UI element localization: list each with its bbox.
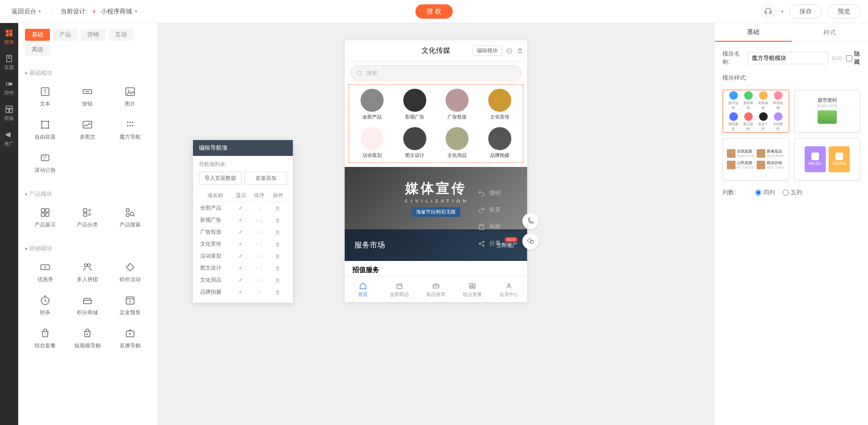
nav-item[interactable]: 影视广告 <box>396 89 434 120</box>
move-up-icon[interactable]: ↑ <box>256 229 259 235</box>
module-text[interactable]: T文本 <box>25 81 65 112</box>
module-notice[interactable]: 滚动公告 <box>25 147 65 178</box>
module-prodsearch[interactable]: 产品搜索 <box>110 202 150 233</box>
mod-tab-interact[interactable]: 互动 <box>108 29 133 41</box>
headset-icon[interactable] <box>761 4 775 19</box>
mod-tab-product[interactable]: 产品 <box>53 29 78 41</box>
module-multiimg[interactable]: 多图文 <box>67 114 108 145</box>
search-bar[interactable]: 搜索 <box>350 65 521 81</box>
module-video[interactable]: 短视频导购 <box>67 323 108 354</box>
trash-icon[interactable]: 🗑 <box>275 241 280 247</box>
module-image[interactable]: 图片 <box>110 81 150 112</box>
move-up-icon[interactable]: ↑ <box>256 217 259 223</box>
save-button[interactable]: 保存 <box>789 4 822 19</box>
move-up-icon[interactable]: ↑ <box>256 277 259 283</box>
nav-promo[interactable]: 推广 <box>4 130 14 147</box>
tabbar-item[interactable]: 首页 <box>345 277 381 302</box>
import-page-data-button[interactable]: 导入页面数据 <box>199 172 241 185</box>
nav-item[interactable]: 文化宣传 <box>481 89 519 120</box>
module-live[interactable]: 直播导购 <box>110 323 150 354</box>
authorize-button[interactable]: 授 权 <box>415 4 453 19</box>
module-navgrid[interactable]: 魔方导航 <box>110 114 150 145</box>
move-down-icon[interactable]: ↓ <box>260 217 263 223</box>
move-down-icon[interactable]: ↓ <box>260 241 263 247</box>
check-icon[interactable]: ✓ <box>239 241 243 247</box>
action-undo[interactable]: 撤销 <box>478 189 518 197</box>
edit-module-button[interactable]: 编辑模块 <box>472 46 502 56</box>
module-name-input[interactable] <box>747 52 828 64</box>
module-combo[interactable]: 组合套餐 <box>25 323 65 354</box>
action-redo[interactable]: 恢复 <box>478 206 518 214</box>
move-down-icon[interactable]: ↓ <box>258 205 261 211</box>
nav-template[interactable]: 模板 <box>4 105 14 122</box>
check-icon[interactable]: ✓ <box>239 265 243 271</box>
check-icon[interactable]: ✓ <box>239 277 243 283</box>
module-presale[interactable]: ¥定金预售 <box>110 290 150 321</box>
move-up-icon[interactable]: ↑ <box>258 289 261 295</box>
move-down-icon[interactable]: ↓ <box>260 229 263 235</box>
trash-icon[interactable]: 🗑 <box>275 265 280 271</box>
move-up-icon[interactable]: ↑ <box>256 253 259 259</box>
tabbar-item[interactable]: 新品推荐 <box>418 277 454 302</box>
style-option-2[interactable]: 超市便利 精选时令鲜果 <box>794 90 861 133</box>
module-group[interactable]: 多人拼团 <box>67 257 108 288</box>
module-button[interactable]: 按钮 <box>67 81 108 112</box>
nav-item[interactable]: 全部产品 <box>353 89 392 120</box>
current-design[interactable]: 当前设计: 小程序商城▾ <box>60 7 137 16</box>
props-tab-style[interactable]: 样式 <box>792 23 868 42</box>
back-button[interactable]: 返回后台▾ <box>8 5 45 18</box>
trash-icon[interactable] <box>517 47 523 54</box>
action-style[interactable]: 风格 <box>478 223 518 231</box>
check-icon[interactable]: ✓ <box>239 205 243 211</box>
nav-item[interactable]: 活动策划 <box>353 127 392 159</box>
trash-icon[interactable]: 🗑 <box>275 229 280 235</box>
trash-icon[interactable]: 🗑 <box>275 205 280 211</box>
style-option-4[interactable]: 国外进口 绿色果蔬 <box>794 138 861 181</box>
tabbar-item[interactable]: 会员中心 <box>491 277 527 302</box>
trash-icon[interactable]: 🗑 <box>275 289 280 295</box>
cols-radio-5[interactable]: 五列 <box>783 189 802 197</box>
nav-module[interactable]: 模块 <box>4 29 14 46</box>
float-wechat-button[interactable] <box>522 233 539 249</box>
trash-icon[interactable]: 🗑 <box>275 253 280 259</box>
nav-item[interactable]: 广告投放 <box>438 89 477 120</box>
cols-radio-4[interactable]: 四列 <box>755 189 775 197</box>
module-coupon[interactable]: ¥优惠券 <box>25 257 65 288</box>
preview-button[interactable]: 预览 <box>828 4 860 19</box>
mod-tab-basic[interactable]: 基础 <box>25 29 50 41</box>
module-points[interactable]: 积分商城 <box>67 290 108 321</box>
check-icon[interactable]: ✓ <box>239 289 243 295</box>
nav-item[interactable]: 文化用品 <box>438 127 477 159</box>
module-bargain[interactable]: 砍价活动 <box>110 257 150 288</box>
check-icon[interactable]: ✓ <box>239 253 243 259</box>
mod-tab-marketing[interactable]: 营销 <box>81 29 106 41</box>
trash-icon[interactable]: 🗑 <box>275 277 280 283</box>
nav-item[interactable]: 图文设计 <box>396 127 434 159</box>
style-option-3[interactable]: 农家蔬菜精选时令生鲜家禽蛋品绿色健康食材山野真菌鲜上加鲜生鲜粮油谷物超高人气食品 <box>723 138 789 181</box>
module-flash[interactable]: 秒杀 <box>25 290 65 321</box>
style-option-1[interactable]: 超市便利新鲜果蔬美食烘焙鲜花植物潮流服装食品饮料美妆个护手机数码 <box>723 90 789 133</box>
nav-grid-module[interactable]: 全部产品影视广告广告投放文化宣传活动策划图文设计文化用品品牌拍摄 <box>349 84 523 163</box>
action-share[interactable]: 分享NEW <box>478 239 518 248</box>
check-icon[interactable]: ✓ <box>239 217 243 223</box>
module-prodgrid[interactable]: 产品展示 <box>25 202 65 233</box>
move-down-icon[interactable]: ↓ <box>260 253 263 259</box>
float-phone-button[interactable] <box>522 213 539 229</box>
hide-checkbox[interactable]: 隐藏 <box>846 50 860 66</box>
nav-item[interactable]: 品牌拍摄 <box>481 127 519 159</box>
module-prodcat[interactable]: 产品分类 <box>67 202 108 233</box>
move-down-icon[interactable]: ↓ <box>260 277 263 283</box>
chevron-down-icon[interactable] <box>506 47 513 54</box>
check-icon[interactable]: ✓ <box>239 229 243 235</box>
nav-page[interactable]: 页面 <box>4 54 14 71</box>
mod-tab-advanced[interactable]: 高级 <box>25 44 50 56</box>
add-directly-button[interactable]: 直接添加 <box>244 172 287 185</box>
tabbar-item[interactable]: 组合套餐 <box>454 277 491 302</box>
nav-widget[interactable]: 控件 <box>4 80 14 96</box>
move-down-icon[interactable]: ↓ <box>260 265 263 271</box>
trash-icon[interactable]: 🗑 <box>275 217 280 223</box>
tabbar-item[interactable]: 全部商品 <box>381 277 418 302</box>
move-up-icon[interactable]: ↑ <box>256 265 259 271</box>
move-up-icon[interactable]: ↑ <box>256 241 259 247</box>
module-container[interactable]: 自由容器 <box>25 114 65 145</box>
